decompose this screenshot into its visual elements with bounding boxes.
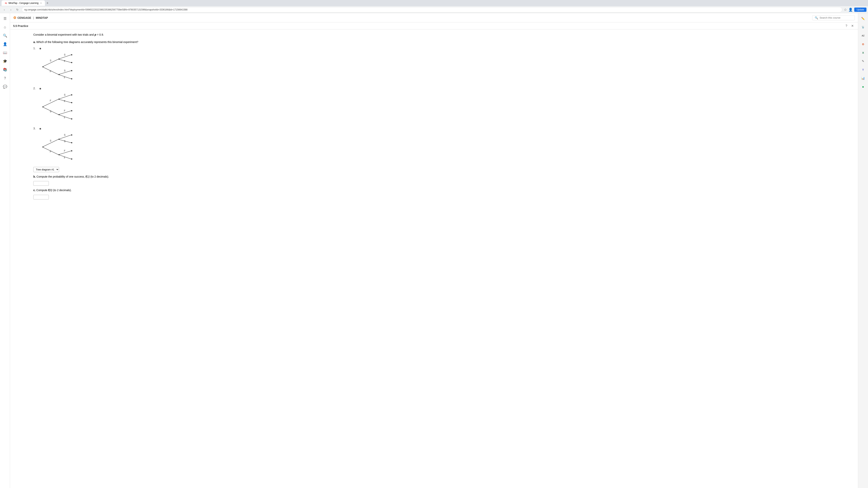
- new-tab-button[interactable]: +: [46, 1, 49, 5]
- right-sidebar: ✏️ 📡 AZ O X ✎ T 📊 ●: [858, 13, 868, 488]
- tree3-lower-label-f: F: [50, 150, 51, 153]
- svg-point-29: [59, 139, 60, 140]
- svg-point-9: [71, 54, 72, 55]
- browser-actions: ☆ 👤 Update: [844, 7, 866, 12]
- sidebar-icon-help[interactable]: ?: [1, 74, 9, 82]
- url-bar[interactable]: [22, 7, 842, 12]
- mindtap-text: MINDTAP: [36, 16, 48, 19]
- sidebar-icon-profile[interactable]: 👤: [1, 40, 9, 48]
- right-icon-teams[interactable]: T: [859, 66, 867, 73]
- p-value: p: [95, 33, 96, 36]
- svg-line-34: [60, 155, 71, 159]
- tree2-sf-label: F: [64, 109, 65, 112]
- right-icon-office[interactable]: O: [859, 40, 867, 48]
- option-dot-2: [39, 88, 41, 90]
- sidebar-icon-book[interactable]: 📖: [1, 49, 9, 57]
- rss-icon: 📡: [862, 26, 865, 29]
- tab-label: MindTap - Cengage Learning: [8, 2, 38, 4]
- svg-line-8: [60, 75, 71, 79]
- svg-line-20: [60, 111, 71, 114]
- right-icon-excel[interactable]: X: [859, 49, 867, 57]
- search-icon: 🔍: [3, 33, 7, 38]
- svg-point-22: [71, 94, 72, 95]
- option-row-2: 2.: [33, 87, 854, 90]
- close-button[interactable]: ✕: [850, 24, 855, 28]
- option-num-2: 2.: [33, 87, 38, 90]
- svg-point-3: [59, 59, 60, 60]
- svg-point-37: [71, 150, 72, 152]
- right-icon-pencil[interactable]: ✏️: [859, 15, 867, 23]
- update-button[interactable]: Update: [854, 7, 866, 12]
- sidebar-icon-stack[interactable]: 📚: [1, 66, 9, 73]
- svg-line-21: [60, 115, 71, 119]
- back-button[interactable]: ‹: [2, 7, 7, 12]
- sidebar-icon-search[interactable]: 🔍: [1, 32, 9, 39]
- sidebar-icon-menu[interactable]: ☰: [1, 15, 9, 23]
- svg-point-19: [59, 114, 60, 115]
- svg-point-10: [71, 62, 72, 63]
- tree1-fs-label: S: [64, 69, 65, 72]
- profile-icon: 👤: [3, 42, 7, 46]
- svg-point-36: [71, 142, 72, 143]
- tree-diagram-1: S F S F S: [37, 51, 854, 83]
- svg-point-6: [59, 74, 60, 75]
- teams-icon: T: [862, 68, 864, 71]
- sidebar-icon-message[interactable]: 💬: [1, 83, 9, 91]
- tree2-upper-label-f: F: [50, 99, 51, 102]
- page-title: 5.5 Practice: [13, 24, 28, 28]
- tree2-sf2-label: F: [64, 117, 65, 119]
- right-icon-chart[interactable]: 📊: [859, 74, 867, 82]
- option-num-1: 1.: [33, 47, 38, 50]
- option-row-1: 1.: [33, 47, 854, 50]
- tree2-lower-label-s: S: [50, 110, 51, 113]
- tree-svg-1: S F S F S: [37, 51, 76, 82]
- right-icon-circle[interactable]: ●: [859, 83, 867, 91]
- right-icon-rss[interactable]: 📡: [859, 23, 867, 31]
- tab-close-button[interactable]: ✕: [40, 2, 42, 4]
- svg-point-13: [42, 106, 43, 107]
- forward-button[interactable]: ›: [8, 7, 13, 12]
- option-dot-3: [39, 128, 41, 130]
- svg-point-12: [71, 78, 72, 79]
- reload-button[interactable]: ↻: [15, 7, 20, 12]
- svg-point-11: [71, 70, 72, 71]
- sub-question-c: c. Compute f(0) (to 2 decimals).: [33, 188, 854, 192]
- content-inner: Consider a binomial experiment with two …: [10, 29, 858, 206]
- bookmark-icon[interactable]: ☆: [844, 7, 847, 12]
- tree1-lower-label-f: F: [50, 70, 51, 73]
- tree-svg-2: F S S F F: [37, 91, 76, 122]
- tree3-ss-label: S: [64, 134, 65, 136]
- help-icon: ?: [4, 76, 6, 80]
- cengage-text: CENGAGE: [18, 16, 31, 19]
- tree1-ss-label: S: [64, 54, 65, 56]
- help-button[interactable]: ?: [844, 24, 848, 28]
- search-bar-container[interactable]: 🔍: [812, 15, 855, 20]
- chart-icon: 📊: [861, 76, 865, 80]
- sidebar-icon-graduation[interactable]: 🎓: [1, 57, 9, 65]
- menu-icon: ☰: [3, 17, 7, 21]
- office-icon: O: [862, 43, 864, 46]
- answer-input-c[interactable]: [33, 195, 49, 199]
- top-bar: ⚙ CENGAGE | MINDTAP 🔍: [10, 13, 858, 23]
- tree1-ff-label: F: [64, 76, 65, 79]
- sub-question-b: b. Compute the probability of one succes…: [33, 174, 854, 179]
- right-icon-draw[interactable]: ✎: [859, 57, 867, 65]
- search-bar-icon: 🔍: [815, 16, 818, 19]
- answer-input-b[interactable]: [33, 181, 49, 186]
- search-input[interactable]: [819, 16, 852, 19]
- answer-row-c: [33, 195, 854, 199]
- browser-toolbar: ‹ › ↻ ☆ 👤 Update: [0, 6, 868, 13]
- main-content[interactable]: Consider a binomial experiment with two …: [10, 29, 858, 488]
- profile-icon[interactable]: 👤: [848, 7, 853, 12]
- cengage-logo: ⚙ CENGAGE | MINDTAP: [13, 16, 48, 20]
- option-row-3: 3.: [33, 127, 854, 130]
- right-icon-az[interactable]: AZ: [859, 32, 867, 39]
- active-tab[interactable]: 🧠 MindTap - Cengage Learning ✕: [2, 0, 45, 6]
- svg-line-33: [60, 151, 71, 154]
- nav-controls: ‹ › ↻: [2, 7, 20, 12]
- tree-diagram-select[interactable]: Tree diagram #1 Tree diagram #2 Tree dia…: [33, 167, 59, 172]
- svg-line-18: [60, 100, 71, 103]
- dropdown-row: Tree diagram #1 Tree diagram #2 Tree dia…: [33, 167, 854, 172]
- sidebar-icon-home[interactable]: ⌂: [1, 23, 9, 31]
- tree-diagram-2: F S S F F: [37, 91, 854, 123]
